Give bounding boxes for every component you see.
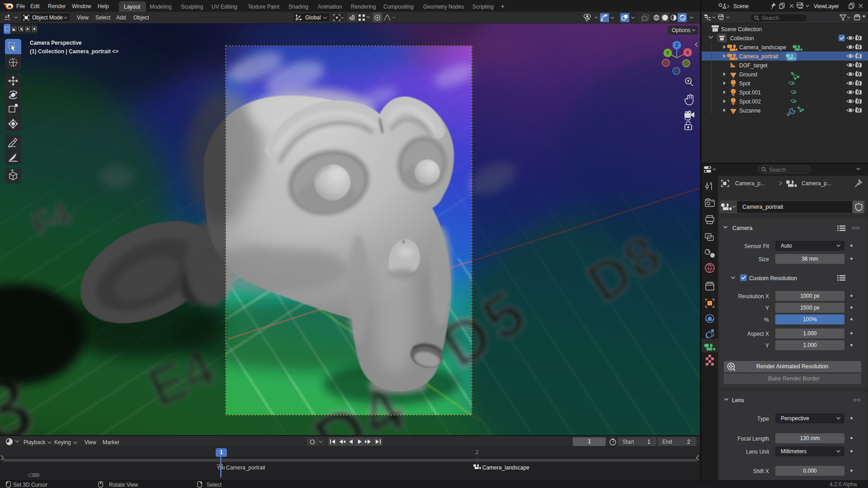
svg-text:Collection: Collection [730,35,754,42]
svg-text:Z: Z [675,43,678,48]
svg-text:X: X [686,50,689,55]
svg-text:Spot: Spot [739,80,750,87]
svg-text:Camera_portrait: Camera_portrait [739,53,778,60]
svg-text:Spot.001: Spot.001 [739,89,761,96]
svg-text:DOF_target: DOF_target [739,62,768,69]
svg-text:Y: Y [666,51,670,56]
svg-text:Scene Collection: Scene Collection [721,26,762,33]
svg-text:Suzanne: Suzanne [739,108,761,114]
svg-text:Camera_landscape: Camera_landscape [739,44,786,51]
svg-text:Spot.002: Spot.002 [739,99,761,105]
svg-text:Ground: Ground [739,71,757,78]
